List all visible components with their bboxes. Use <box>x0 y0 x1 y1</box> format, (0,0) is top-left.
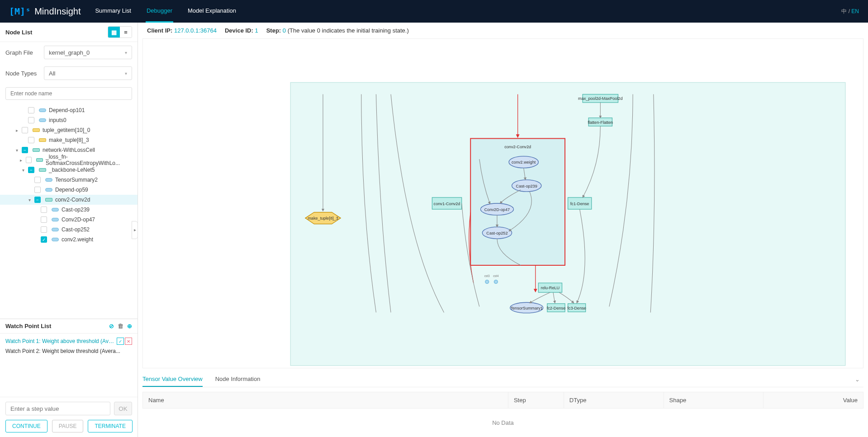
checkbox[interactable]: − <box>22 147 28 153</box>
tree-item[interactable]: ▸_loss_fn-SoftmaxCrossEntropyWithLo... <box>0 155 138 165</box>
step-label: Step: <box>266 27 281 34</box>
sidebar-collapse-handle[interactable]: ▸ <box>132 221 138 239</box>
expander-icon[interactable]: ▸ <box>14 128 20 133</box>
checkbox[interactable]: − <box>34 197 41 203</box>
checkbox[interactable] <box>22 127 28 133</box>
tree-item[interactable]: Cast-op252 <box>0 225 138 235</box>
graph-file-label: Graph File <box>5 49 39 56</box>
tab-summary-list[interactable]: Summary List <box>94 0 132 23</box>
svg-rect-0 <box>290 82 845 365</box>
lang-en[interactable]: EN <box>851 8 859 14</box>
expander-icon[interactable]: ▾ <box>14 148 20 153</box>
tree-item[interactable]: ▾−conv2-Conv2d <box>0 195 138 205</box>
graph-canvas[interactable]: make_tuple[8]_3 conv1-Conv2d max_pool2d-… <box>142 38 863 368</box>
client-ip-value: 127.0.0.1:36764 <box>174 27 217 34</box>
ok-button[interactable]: OK <box>114 402 132 415</box>
view-grid-button[interactable]: ▦ <box>108 27 120 38</box>
add-watchpoint-icon[interactable]: ⊕ <box>127 323 132 329</box>
expander-icon[interactable]: ▸ <box>18 158 24 163</box>
node-types-value: All <box>49 70 55 77</box>
graph-file-select[interactable]: kernel_graph_0 ▾ <box>44 46 132 59</box>
nav-tabs: Summary List Debugger Model Explanation <box>94 0 237 23</box>
checkbox[interactable] <box>41 226 47 233</box>
svg-text:cst3: cst3 <box>484 274 490 277</box>
tree-item[interactable]: ▾−_backbone-LeNet5 <box>0 165 138 175</box>
checkbox[interactable]: ✓ <box>41 236 47 243</box>
tree-item[interactable]: Conv2D-op47 <box>0 215 138 225</box>
tree-item[interactable]: Depend-op101 <box>0 105 138 115</box>
svg-text:fc2-Dense: fc2-Dense <box>547 306 566 310</box>
checkbox[interactable] <box>34 177 41 183</box>
node-tree[interactable]: Depend-op101inputs0▸tuple_getitem[10]_0m… <box>0 103 138 319</box>
lang-zh[interactable]: 中 <box>841 8 847 14</box>
tree-item[interactable]: TensorSummary2 <box>0 175 138 185</box>
checkbox[interactable] <box>41 216 47 223</box>
node-type-icon <box>52 228 59 231</box>
continue-button[interactable]: CONTINUE <box>5 420 47 432</box>
tree-item-label: Cast-op252 <box>62 226 90 233</box>
col-shape: Shape <box>664 392 764 408</box>
language-switch: 中 / EN <box>841 8 859 15</box>
logo-text: MindInsight <box>34 6 81 17</box>
svg-text:make_tuple[8]_3: make_tuple[8]_3 <box>308 216 338 221</box>
tree-item[interactable]: Cast-op239 <box>0 205 138 215</box>
checkbox[interactable]: − <box>28 167 34 173</box>
tab-node-info[interactable]: Node Information <box>215 372 261 387</box>
tab-debugger[interactable]: Debugger <box>146 0 173 23</box>
tree-item-label: conv2.weight <box>62 236 93 243</box>
pause-button: PAUSE <box>52 420 84 432</box>
node-search-input[interactable] <box>5 87 132 100</box>
expander-icon[interactable]: ▾ <box>20 168 26 173</box>
expand-panel-icon[interactable]: ⌄ <box>855 376 863 383</box>
watch-point-title: Watch Point List <box>5 323 51 329</box>
checkbox[interactable] <box>26 157 32 163</box>
node-type-icon <box>33 148 40 152</box>
terminate-button[interactable]: TERMINATE <box>88 420 132 432</box>
view-list-button[interactable]: ≡ <box>120 27 132 38</box>
confirm-icon[interactable]: ✓ <box>117 338 124 345</box>
sidebar: Node List ▦ ≡ Graph File kernel_graph_0 … <box>0 23 138 437</box>
no-data-text: No Data <box>142 409 863 437</box>
tree-item-label: conv2-Conv2d <box>55 197 90 203</box>
node-type-icon <box>45 188 52 192</box>
delete-icon[interactable]: 🗑 <box>118 323 123 329</box>
check-all-icon[interactable]: ⊘ <box>109 323 114 329</box>
tree-item-label: _backbone-LeNet5 <box>49 167 95 173</box>
node-type-icon <box>39 108 46 112</box>
step-input[interactable] <box>5 402 110 415</box>
tab-model-explanation[interactable]: Model Explanation <box>187 0 237 23</box>
client-ip-label: Client IP: <box>147 27 172 34</box>
col-step: Step <box>508 392 564 408</box>
svg-text:Cast-op252: Cast-op252 <box>486 231 508 235</box>
expander-icon[interactable]: ▾ <box>26 197 33 202</box>
svg-text:fc3-Dense: fc3-Dense <box>567 306 586 310</box>
node-type-icon <box>39 168 46 172</box>
checkbox[interactable] <box>34 187 41 193</box>
tree-item[interactable]: Depend-op59 <box>0 185 138 195</box>
info-bar: Client IP: 127.0.0.1:36764 Device ID: 1 … <box>138 23 868 38</box>
view-toggle: ▦ ≡ <box>108 26 132 38</box>
node-type-icon <box>52 238 59 241</box>
checkbox[interactable] <box>41 207 47 213</box>
node-type-icon <box>39 118 46 122</box>
tree-item-label: Depend-op59 <box>55 187 88 193</box>
svg-text:cst4: cst4 <box>493 274 498 277</box>
step-value: 0 <box>283 27 286 34</box>
tab-tensor-value[interactable]: Tensor Value Overview <box>142 372 203 387</box>
checkbox[interactable] <box>28 107 34 113</box>
tree-item[interactable]: ✓conv2.weight <box>0 235 138 244</box>
tree-item[interactable]: inputs0 <box>0 115 138 125</box>
graph-file-value: kernel_graph_0 <box>49 49 90 56</box>
tree-item[interactable]: ▸tuple_getitem[10]_0 <box>0 125 138 135</box>
watch-point-panel: Watch Point List ⊘ 🗑 ⊕ Watch Point 1: We… <box>0 319 138 397</box>
watch-point-item[interactable]: Watch Point 1: Weight above threshold (A… <box>5 336 132 346</box>
checkbox[interactable] <box>28 137 34 143</box>
watch-point-item[interactable]: Watch Point 2: Weight below threshold (A… <box>5 346 132 356</box>
remove-icon[interactable]: ✕ <box>125 338 132 345</box>
svg-text:conv1-Conv2d: conv1-Conv2d <box>434 202 460 206</box>
tree-item[interactable]: make_tuple[8]_3 <box>0 135 138 145</box>
checkbox[interactable] <box>28 117 34 123</box>
node-type-icon <box>52 208 59 211</box>
node-types-select[interactable]: All ▾ <box>44 66 132 80</box>
tensor-table: Name Step DType Shape Value No Data <box>142 392 863 437</box>
